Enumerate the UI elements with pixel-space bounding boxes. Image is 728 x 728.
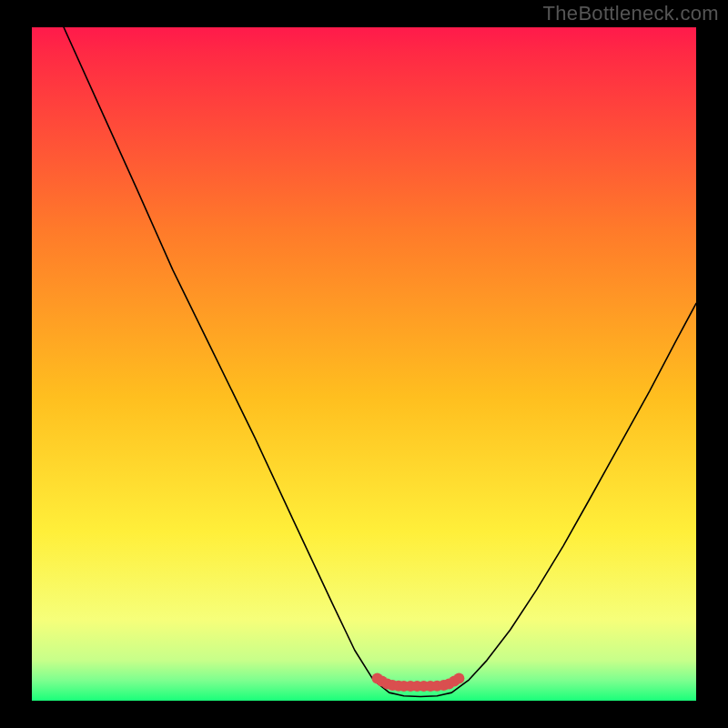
app-frame: TheBottleneck.com bbox=[0, 0, 728, 728]
watermark-text: TheBottleneck.com bbox=[543, 2, 719, 25]
sweet-spot-dot bbox=[453, 673, 464, 684]
bottleneck-curve bbox=[64, 27, 696, 697]
plot-area bbox=[32, 27, 696, 701]
chart-overlay bbox=[32, 27, 696, 701]
